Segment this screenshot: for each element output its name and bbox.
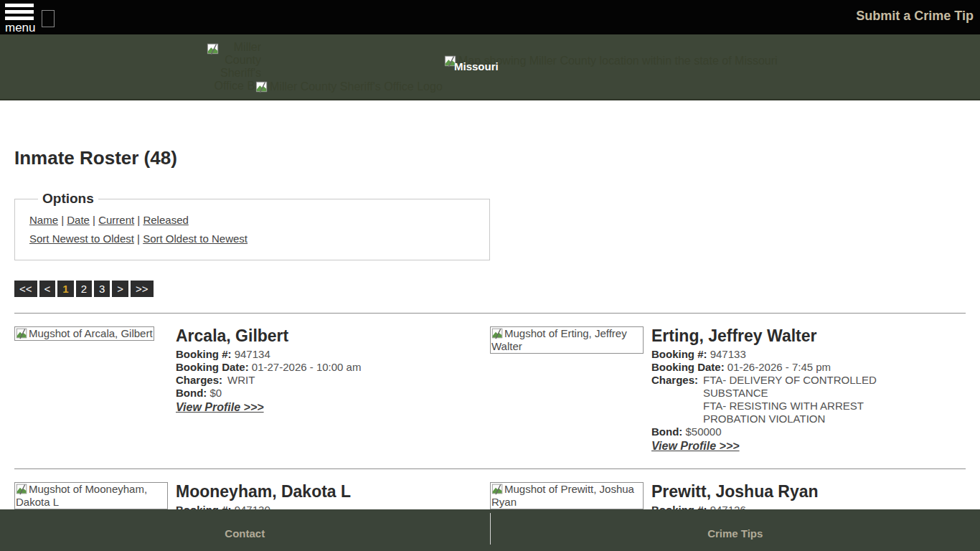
mugshot-alt-text: Mugshot of Prewitt, Joshua Ryan [491,483,634,508]
page-button-next[interactable]: > [112,281,128,297]
options-panel: Options Name | Date | Current | Released… [14,191,490,260]
inmate-details: Erting, Jeffrey Walter Booking #: 947133… [651,326,966,453]
inmate-name: Prewitt, Joshua Ryan [651,482,966,501]
sheriff-badge-broken-image: Miller County Sheriff's Office Ba [207,41,261,93]
page-button-prev[interactable]: < [39,281,56,297]
broken-image-icon [255,80,268,93]
mugshot-alt-text: Mugshot of Mooneyham, Dakota L [16,483,147,508]
filter-link-name[interactable]: Name [29,214,58,226]
page: menu Submit a Crime Tip Miller County Sh… [0,0,980,551]
filter-link-released[interactable]: Released [143,214,188,226]
view-profile-link[interactable]: View Profile >>> [651,440,740,453]
mugshot-alt-text: Mugshot of Arcala, Gilbert [29,327,153,339]
inmate-name: Arcala, Gilbert [176,326,490,345]
bond-row: Bond: $50000 [651,425,966,438]
mugshot-broken-image[interactable]: Mugshot of Erting, Jeffrey Walter [490,326,644,354]
logo-alt-text: Miller County Sheriff's Office Logo [270,80,443,93]
sort-link-sort-oldest-to-newest[interactable]: Sort Oldest to Newest [143,232,248,245]
menu-label: menu [5,23,36,33]
sheriff-logo-broken-image: Miller County Sheriff's Office Logo [255,80,443,93]
inmate-detail-rows: Booking #: 947134Booking Date: 01-27-202… [176,348,490,400]
booking-date-row: Booking Date: 01-26-2026 - 7:45 pm [651,361,966,374]
page-title: Inmate Roster (48) [14,146,966,169]
broken-image-icon [491,483,504,495]
sort-link-sort-newest-to-oldest[interactable]: Sort Newest to Oldest [29,232,134,245]
hamburger-icon [5,4,36,20]
view-profile-link[interactable]: View Profile >>> [176,401,264,414]
charge-line: PROBATION VIOLATION [703,413,895,425]
mugshot-cell: Mugshot of Erting, Jeffrey Walter [490,326,651,354]
footer: Contact Crime Tips [0,509,980,551]
topbar: menu Submit a Crime Tip [0,0,980,34]
booking-number-row: Booking #: 947133 [651,348,966,361]
inmate-name: Erting, Jeffrey Walter [651,326,966,345]
mugshot-broken-image[interactable]: Mugshot of Arcala, Gilbert [14,326,154,341]
page-button-2[interactable]: 2 [76,281,92,297]
broken-image-placeholder-icon [42,10,55,27]
charges-row: Charges:FTA- DELIVERY OF CONTROLLED SUBS… [651,374,966,425]
separator: | [58,214,67,226]
roster-row: Mugshot of Arcala, Gilbert Arcala, Gilbe… [14,314,966,453]
mugshot-alt-text: Mugshot of Erting, Jeffrey Walter [491,327,627,352]
page-button-first[interactable]: << [14,281,37,297]
inmate-details: Arcala, Gilbert Booking #: 947134Booking… [176,326,490,414]
page-button-3[interactable]: 3 [94,281,110,297]
broken-image-icon [16,327,28,339]
sort-links: Sort Newest to Oldest | Sort Oldest to N… [29,230,475,248]
filter-link-date[interactable]: Date [67,214,90,226]
pagination: <<<123>>> [14,281,966,297]
inmate-name: Mooneyham, Dakota L [176,482,490,501]
footer-contact-link[interactable]: Contact [225,527,265,540]
charges-row: Charges:WRIT [176,374,490,387]
submit-crime-tip-link[interactable]: Submit a Crime Tip [856,9,974,24]
mugshot-broken-image[interactable]: Mugshot of Prewitt, Joshua Ryan [490,482,644,509]
filter-link-current[interactable]: Current [98,214,134,226]
mugshot-broken-image[interactable]: Mugshot of Mooneyham, Dakota L [14,482,168,509]
page-button-1[interactable]: 1 [57,281,73,297]
charge-line: WRIT [227,374,255,387]
menu-button[interactable]: menu [5,4,36,33]
options-legend: Options [38,191,98,207]
header-banner: Miller County Sheriff's Office Ba Miller… [0,34,980,100]
page-button-last[interactable]: >> [131,281,154,297]
separator: | [134,232,143,245]
footer-crime-tips-link[interactable]: Crime Tips [707,527,763,540]
separator: | [90,214,98,226]
mugshot-cell: Mugshot of Mooneyham, Dakota L [14,482,176,509]
mugshot-cell: Mugshot of Prewitt, Joshua Ryan [490,482,651,509]
map-alt-text: Map showing Miller County location withi… [458,55,778,67]
bond-row: Bond: $0 [176,387,490,400]
main-content: Inmate Roster (48) Options Name | Date |… [0,100,980,517]
charge-line: FTA- RESISTING WITH ARREST [703,400,895,413]
broken-image-icon [491,327,504,339]
state-label: Missouri [454,60,499,72]
inmate-entry: Mugshot of Arcala, Gilbert Arcala, Gilbe… [14,326,490,453]
inmate-detail-rows: Booking #: 947133Booking Date: 01-26-202… [651,348,966,438]
charge-line: FTA- DELIVERY OF CONTROLLED SUBSTANCE [703,374,895,400]
booking-date-row: Booking Date: 01-27-2026 - 10:00 am [176,361,490,374]
broken-image-icon [16,483,28,495]
mugshot-cell: Mugshot of Arcala, Gilbert [14,326,176,341]
separator: | [134,214,143,226]
inmate-entry: Mugshot of Erting, Jeffrey Walter Erting… [490,326,966,453]
booking-number-row: Booking #: 947134 [176,348,490,361]
filter-links: Name | Date | Current | Released [29,211,475,230]
